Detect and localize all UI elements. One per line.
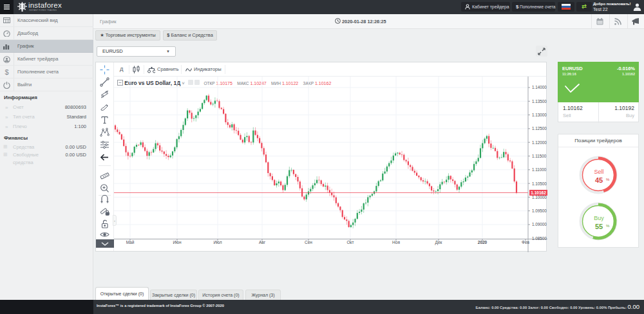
svg-text:45: 45 — [595, 176, 603, 184]
svg-text:1.10162: 1.10162 — [531, 190, 546, 195]
svg-text:2020: 2020 — [478, 240, 488, 245]
svg-text:Окт: Окт — [347, 240, 354, 245]
svg-text:55: 55 — [595, 223, 603, 230]
svg-text:Июн: Июн — [173, 240, 182, 245]
svg-text:Ноя: Ноя — [392, 240, 400, 245]
svg-text:1.09000: 1.09000 — [532, 222, 547, 226]
svg-text:1.13000: 1.13000 — [532, 113, 547, 117]
svg-text:Sell: Sell — [594, 169, 603, 175]
svg-text:%: % — [606, 178, 610, 181]
svg-text:Май: Май — [126, 240, 135, 245]
svg-text:Фев: Фев — [522, 240, 530, 245]
svg-text:1.12000: 1.12000 — [532, 140, 547, 145]
svg-text:1.08500: 1.08500 — [532, 236, 547, 241]
svg-text:1.11000: 1.11000 — [532, 167, 547, 172]
svg-text:Июл: Июл — [213, 240, 222, 245]
svg-text:%: % — [606, 224, 610, 228]
svg-text:1.10500: 1.10500 — [532, 181, 547, 186]
svg-text:1.14000: 1.14000 — [532, 85, 547, 89]
svg-text:1.11500: 1.11500 — [532, 154, 547, 158]
svg-text:Авг: Авг — [259, 240, 266, 245]
svg-text:Сен: Сен — [305, 240, 312, 245]
svg-text:1.13500: 1.13500 — [532, 99, 547, 104]
svg-text:1.09500: 1.09500 — [532, 208, 547, 213]
svg-text:Дек: Дек — [435, 240, 442, 245]
svg-text:Buy: Buy — [594, 215, 604, 221]
svg-text:1.12500: 1.12500 — [532, 126, 547, 131]
